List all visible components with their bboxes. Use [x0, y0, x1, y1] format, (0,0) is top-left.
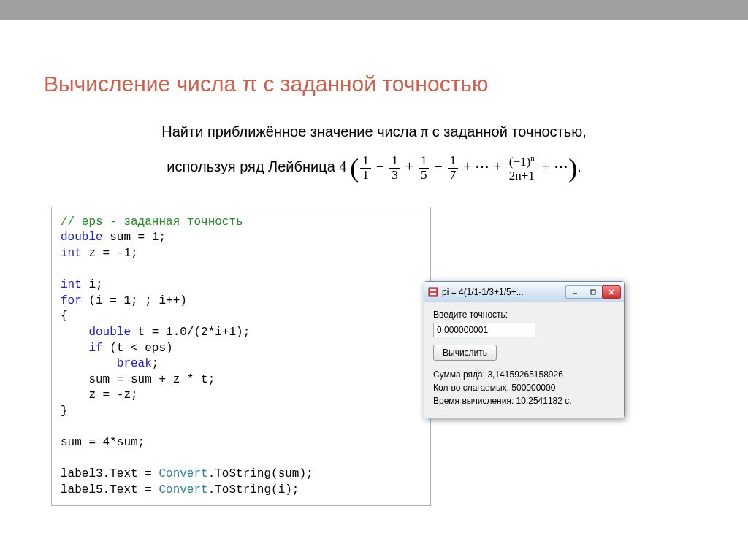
pi-symbol: π	[421, 123, 428, 139]
minimize-button[interactable]	[565, 285, 584, 299]
task-line1-pre: Найти приближённое значение числа	[161, 123, 421, 139]
code: sum = sum + z * t;	[61, 373, 215, 386]
app-window: pi = 4(1/1-1/3+1/5+... Введите точность:…	[424, 281, 625, 418]
window-body: Введите точность: Вычислить Сумма ряда: …	[424, 302, 624, 418]
op-minus: −	[430, 158, 446, 174]
task-line1-post: с заданной точностью,	[428, 123, 586, 139]
code: .ToString(i);	[208, 483, 299, 496]
code-block: // eps - заданная точность double sum = …	[51, 207, 431, 507]
result-sum: Сумма ряда: 3,14159265158926	[433, 369, 615, 380]
slide-title: Вычисление числа π с заданной точностью	[44, 72, 704, 96]
sup: n	[530, 153, 535, 162]
code: ;	[152, 357, 159, 370]
num: 1	[389, 154, 400, 169]
value: 3,14159265158926	[487, 369, 562, 380]
op-dots-end: + ⋯	[538, 158, 568, 174]
period: .	[577, 158, 581, 174]
code: sum = 4*sum;	[61, 436, 145, 449]
den: 3	[389, 169, 400, 183]
code: t = 1.0/(2*i+1);	[131, 326, 250, 339]
indent	[61, 326, 88, 339]
frac-1-7: 17	[448, 154, 459, 182]
code: z = -1;	[82, 247, 138, 260]
den: 1	[360, 169, 371, 183]
kw-int: int	[61, 278, 82, 291]
slide-content: Вычисление числа π с заданной точностью …	[0, 20, 748, 521]
svg-rect-2	[430, 293, 436, 295]
code: z = -z;	[61, 388, 138, 402]
op-dots: + ⋯ +	[459, 158, 505, 174]
task-text: Найти приближённое значение числа π с за…	[44, 118, 704, 192]
lparen: (	[350, 153, 359, 183]
code: .ToString(sum);	[208, 467, 313, 480]
call-convert: Convert	[159, 483, 207, 496]
brace: }	[61, 404, 68, 418]
code: sum = 1;	[103, 231, 166, 244]
num: 1	[448, 154, 459, 169]
num: 1	[419, 154, 430, 169]
label: Время вычисления:	[433, 396, 516, 406]
top-bar	[0, 0, 748, 20]
kw-double: double	[88, 326, 131, 339]
window-buttons	[565, 285, 621, 299]
result-count: Кол-во слагаемых: 500000000	[433, 383, 615, 393]
frac-1-5: 15	[419, 154, 430, 182]
indent	[61, 357, 117, 370]
frac-1-3: 13	[389, 154, 400, 182]
close-button[interactable]	[602, 285, 621, 299]
den: 7	[448, 169, 459, 183]
calculate-button[interactable]: Вычислить	[433, 345, 497, 361]
svg-rect-1	[430, 289, 436, 291]
num: 1	[360, 154, 371, 169]
result-time: Время вычисления: 10,2541182 с.	[433, 396, 615, 406]
kw-for: for	[61, 294, 82, 307]
den: 5	[419, 169, 430, 183]
rparen: )	[568, 153, 577, 183]
kw-int: int	[61, 247, 82, 260]
frac-general: (−1)n2n+1	[507, 153, 537, 183]
label: Кол-во слагаемых:	[433, 383, 511, 393]
svg-rect-0	[429, 288, 438, 296]
maximize-button[interactable]	[584, 285, 603, 299]
call-convert: Convert	[159, 467, 207, 480]
label: Сумма ряда:	[433, 369, 487, 380]
value: 10,2541182 с.	[516, 396, 572, 406]
eps-label: Введите точность:	[433, 310, 615, 320]
eps-input[interactable]	[433, 323, 535, 337]
code: (i = 1; ; i++)	[82, 294, 187, 307]
window-titlebar[interactable]: pi = 4(1/1-1/3+1/5+...	[424, 282, 624, 302]
code: (t < eps)	[103, 342, 173, 355]
base: (−1)	[509, 155, 530, 169]
code: label3.Text =	[61, 467, 159, 480]
window-title: pi = 4(1/1-1/3+1/5+...	[442, 287, 565, 297]
svg-rect-4	[591, 290, 595, 294]
task-line2-pre: используя ряд Лейбница	[167, 158, 339, 174]
code: label5.Text =	[61, 483, 159, 496]
coef-four: 4	[339, 158, 346, 174]
kw-if: if	[88, 342, 102, 355]
value: 500000000	[511, 383, 555, 393]
num: (−1)n	[507, 153, 537, 169]
op-plus: +	[402, 158, 417, 174]
code-comment: // eps - заданная точность	[61, 215, 243, 229]
op-minus: −	[373, 158, 388, 174]
leibniz-formula: 4 (11 − 13 + 15 − 17 + ⋯ + (−1)n2n+1 + ⋯…	[339, 158, 577, 174]
indent	[61, 342, 88, 355]
code: i;	[82, 278, 103, 291]
den: 2n+1	[507, 169, 537, 183]
frac-1-1: 11	[360, 154, 371, 182]
app-icon	[427, 286, 439, 298]
brace: {	[61, 310, 68, 323]
kw-break: break	[117, 357, 152, 370]
kw-double: double	[61, 231, 103, 244]
